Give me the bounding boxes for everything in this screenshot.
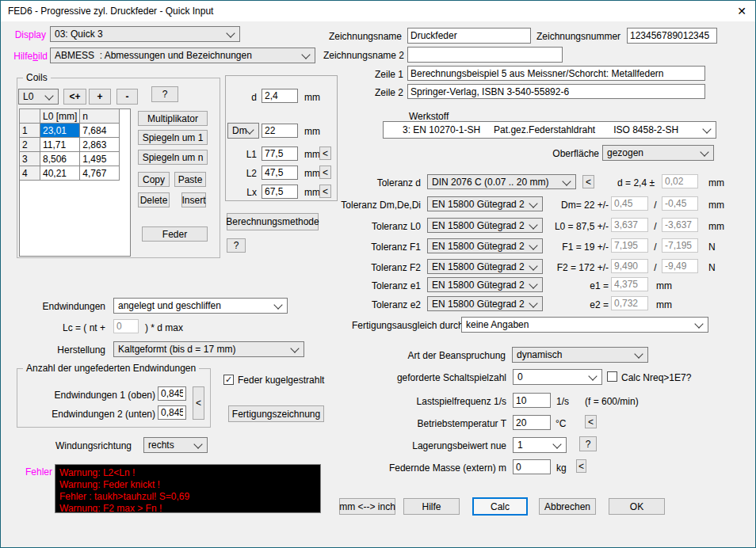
werkstoff-select[interactable]: 3: EN 10270-1-SH Pat.gez.Federstahldraht… [383, 121, 716, 139]
close-button[interactable]: ✕ [728, 1, 755, 21]
betriebstemperatur-input[interactable] [513, 415, 551, 430]
kugelgestrahlt-checkbox[interactable]: ✓ [223, 375, 234, 385]
fertigungsausgleich-select[interactable]: keine Angaben [461, 317, 708, 333]
beanspruchung-select[interactable]: dynamisch [512, 347, 648, 363]
dm-select[interactable]: Dm [227, 123, 259, 139]
table-row[interactable]: 1 23,01 7,684 [20, 124, 120, 138]
coils-column-select[interactable]: L0 [18, 89, 59, 105]
zeile1-input[interactable] [407, 66, 705, 81]
endwindungen2-input[interactable] [158, 405, 186, 420]
toleranz-e2-value: EN 15800 Gütegrad 2 [432, 299, 525, 310]
d-input[interactable] [262, 89, 298, 103]
ok-button[interactable]: OK [609, 498, 665, 515]
cell-n[interactable]: 1,495 [80, 152, 120, 166]
calc-button[interactable]: Calc [472, 497, 528, 516]
spiegeln-um-1-button[interactable]: Spiegeln um 1 [138, 130, 208, 145]
berechnungsmethode-button[interactable]: Berechnungsmethode [227, 213, 319, 230]
zeichnungsname-input[interactable] [407, 28, 531, 44]
cell-n[interactable]: 7,684 [80, 124, 120, 138]
zeichnungsname2-input[interactable] [407, 47, 563, 63]
coils-table[interactable]: L0 [mm] n 1 23,01 7,684 2 11,71 2,863 3 … [19, 108, 131, 257]
fehler-line: Warnung: Feder knickt ! [59, 479, 316, 491]
federnde-masse-label: Federnde Masse (extern) m [388, 462, 506, 474]
dm-input[interactable] [262, 124, 298, 138]
oberflaeche-select[interactable]: gezogen [602, 145, 714, 161]
feder-button[interactable]: Feder [142, 226, 208, 242]
cell-l0[interactable]: 11,71 [40, 138, 80, 152]
row-header[interactable]: 2 [20, 138, 40, 152]
toleranz-dm-value: EN 15800 Gütegrad 2 [432, 199, 525, 210]
multiplikator-button[interactable]: Multiplikator [138, 111, 208, 126]
copy-button[interactable]: Copy [138, 172, 170, 187]
endwindungen-pick-button[interactable]: < [193, 386, 204, 420]
table-row[interactable]: 3 8,506 1,495 [20, 152, 120, 166]
cell-l0[interactable]: 40,21 [40, 166, 80, 181]
toleranz-f2-unit: N [708, 262, 716, 273]
chevron-down-icon [694, 319, 703, 328]
nreq-checkbox[interactable] [607, 371, 617, 382]
row-header[interactable]: 4 [20, 166, 40, 181]
fertigungszeichnung-button[interactable]: Fertigungszeichnung [228, 405, 324, 422]
coils-add-left-button[interactable]: <+ [63, 89, 86, 105]
cell-l0-selected[interactable]: 23,01 [40, 124, 80, 138]
zeile2-input[interactable] [407, 84, 705, 99]
lagerungsbeiwert-help-button[interactable]: ? [579, 436, 597, 451]
federnde-masse-input[interactable] [513, 459, 551, 474]
cell-n[interactable]: 2,863 [80, 138, 120, 152]
toleranz-f2-value: EN 15800 Gütegrad 2 [432, 261, 525, 272]
paste-button[interactable]: Paste [174, 172, 206, 187]
row-header[interactable]: 3 [20, 152, 40, 166]
toleranz-l0-value-label: L0 = 87,5 +/- [514, 221, 609, 232]
cell-l0[interactable]: 8,506 [40, 152, 80, 166]
toleranz-e2-field [611, 296, 648, 310]
endwindungen1-input[interactable] [158, 386, 186, 401]
coils-add-button[interactable]: + [89, 89, 111, 105]
federnde-masse-pick-button[interactable]: < [576, 459, 586, 473]
mm-inch-button[interactable]: mm <--> inch [339, 498, 395, 515]
display-select[interactable]: 03: Quick 3 [50, 26, 240, 42]
delete-button[interactable]: Delete [138, 192, 170, 207]
spiegeln-um-n-button[interactable]: Spiegeln um n [138, 150, 208, 165]
schaltspielzahl-select[interactable]: 0 [513, 369, 602, 385]
toleranz-e1-select[interactable]: EN 15800 Gütegrad 2 [427, 277, 543, 292]
l2-input[interactable] [262, 166, 298, 180]
hilfebild-value: ABMESS : Abmessungen und Bezeichnungen [55, 50, 252, 61]
windungsrichtung-select[interactable]: rechts [143, 437, 208, 453]
dimensions-help-button[interactable]: ? [227, 238, 246, 253]
coils-remove-button[interactable]: - [116, 89, 138, 105]
cell-n[interactable]: 4,767 [80, 166, 120, 181]
herstellung-select[interactable]: Kaltgeformt (bis d = 17 mm) [113, 341, 304, 357]
lc-input[interactable] [113, 319, 139, 333]
l1-pick-button[interactable]: < [319, 147, 331, 160]
hilfebild-label: Hilfebild [9, 51, 48, 62]
coils-help-button[interactable]: ? [151, 86, 178, 102]
lastspielfrequenz-note: (f = 600/min) [585, 396, 639, 407]
toleranz-l0-unit: mm [708, 221, 724, 232]
toleranz-l0-value: EN 15800 Gütegrad 2 [432, 220, 525, 231]
row-header[interactable]: 1 [20, 124, 40, 138]
toleranz-e2-select[interactable]: EN 15800 Gütegrad 2 [427, 296, 543, 311]
betriebstemperatur-pick-button[interactable]: < [585, 415, 597, 428]
zeile2-label: Zeile 2 [324, 87, 403, 98]
l1-input[interactable] [262, 147, 298, 161]
table-row[interactable]: 2 11,71 2,863 [20, 138, 120, 152]
zeichnungsnummer-input[interactable] [627, 28, 717, 44]
hilfe-button[interactable]: Hilfe [403, 498, 460, 515]
insert-button[interactable]: Insert [181, 192, 206, 207]
close-icon: ✕ [737, 5, 746, 17]
lagerungsbeiwert-select[interactable]: 1 [513, 437, 567, 453]
toleranz-d-select[interactable]: DIN 2076 C (0.07 .. 20 mm) [427, 174, 576, 189]
chevron-down-icon [226, 29, 235, 37]
toleranz-f2-value-label: F2 = 172 +/- [514, 262, 609, 273]
table-row[interactable]: 4 40,21 4,767 [20, 166, 120, 181]
lastspielfrequenz-input[interactable] [513, 393, 551, 408]
zeichnungsname2-label: Zeichnungsname 2 [317, 50, 404, 61]
abbrechen-button[interactable]: Abbrechen [539, 498, 596, 515]
toleranz-e2-label: Toleranz e2 [326, 299, 421, 310]
chevron-down-icon [562, 177, 571, 185]
endwindungen-select[interactable]: angelegt und geschliffen [113, 298, 288, 314]
toleranz-l0-slash: / [651, 221, 660, 232]
hilfebild-select[interactable]: ABMESS : Abmessungen und Bezeichnungen [50, 48, 315, 63]
lx-input[interactable] [262, 185, 298, 199]
federnde-masse-unit: kg [556, 462, 567, 474]
